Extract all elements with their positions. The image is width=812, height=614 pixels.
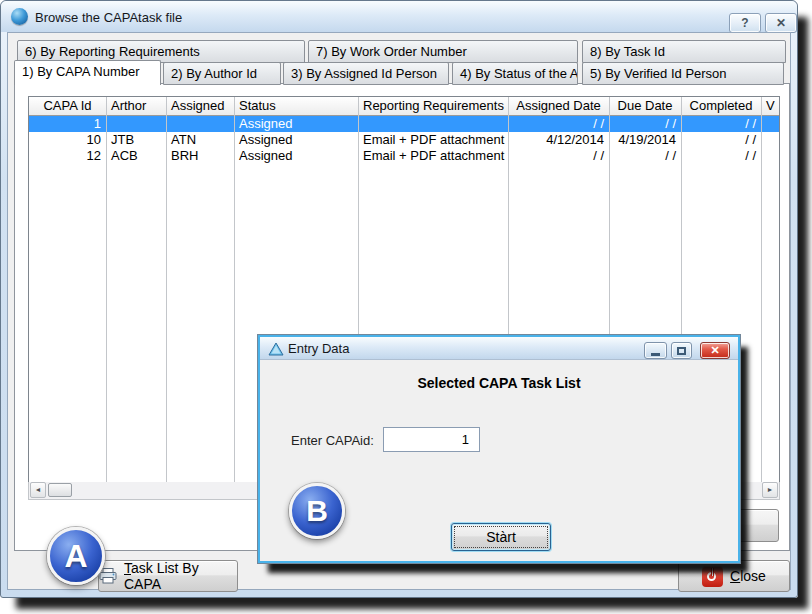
tab-2-by-author-id[interactable]: 2) By Author Id: [163, 62, 281, 85]
grid-cell: [106, 116, 166, 132]
grid-header-cell-due-date[interactable]: Due Date: [609, 97, 681, 115]
grid-column-separator: [761, 97, 762, 482]
grid-cell: ACB: [106, 148, 166, 164]
grid-cell: Assigned: [234, 148, 358, 164]
grid-cell: JTB: [106, 132, 166, 148]
close-button-label: Close: [730, 568, 766, 584]
tab-7-by-work-order-number[interactable]: 7) By Work Order Number: [308, 40, 578, 63]
grid-cell: / /: [609, 148, 681, 164]
maximize-button[interactable]: [671, 342, 692, 359]
grid-cell: / /: [681, 148, 761, 164]
grid-cell: ATN: [166, 132, 234, 148]
tab-1-by-capa-number[interactable]: 1) By CAPA Number: [14, 60, 161, 85]
badge-b-logo: B: [289, 483, 345, 539]
grid-cell: / /: [508, 116, 609, 132]
grid-header-cell-assigned-date[interactable]: Assigned Date: [508, 97, 609, 115]
grid-cell: Email + PDF attachment: [358, 132, 508, 148]
grid-cell: / /: [681, 116, 761, 132]
scroll-right-button[interactable]: ►: [762, 482, 778, 498]
grid-cell: [761, 148, 779, 164]
dialog-title: Entry Data: [288, 341, 349, 356]
grid-cell: Email + PDF attachment: [358, 148, 508, 164]
minimize-button[interactable]: [644, 342, 667, 359]
window-close-button[interactable]: ✕: [765, 13, 797, 33]
grid-cell: [166, 116, 234, 132]
scroll-left-button[interactable]: ◄: [30, 482, 46, 498]
grid-cell: / /: [609, 116, 681, 132]
grid-row[interactable]: 10JTBATNAssignedEmail + PDF attachment4/…: [29, 132, 779, 148]
grid-cell: 1: [29, 116, 106, 132]
printer-icon: [99, 568, 117, 584]
tab-5-by-verified-id-person[interactable]: 5) By Verified Id Person: [582, 62, 784, 85]
grid-header-cell-arthor[interactable]: Arthor: [106, 97, 166, 115]
capaid-label: Enter CAPAid:: [291, 433, 374, 448]
grid-header-cell-capa-id[interactable]: CAPA Id: [29, 97, 106, 115]
grid-cell: / /: [681, 132, 761, 148]
grid-column-separator: [234, 97, 235, 482]
capaid-input[interactable]: [383, 427, 480, 452]
tab-8-by-task-id[interactable]: 8) By Task Id: [582, 40, 786, 63]
task-list-by-capa-label: Task List By CAPA: [124, 560, 237, 592]
close-button[interactable]: Close: [678, 560, 790, 592]
dialog-close-button[interactable]: ✕: [700, 342, 730, 359]
grid-cell: [358, 116, 508, 132]
grid-row[interactable]: 12ACBBRHAssignedEmail + PDF attachment/ …: [29, 148, 779, 164]
grid-cell: / /: [508, 148, 609, 164]
maximize-icon: [677, 347, 686, 355]
grid-header-cell-status[interactable]: Status: [234, 97, 358, 115]
grid-cell: Assigned: [234, 116, 358, 132]
start-button[interactable]: Stàrt: [451, 523, 551, 551]
power-icon: [702, 566, 723, 587]
grid-header: CAPA IdArthorAssignedStatusReporting Req…: [29, 97, 779, 116]
help-button[interactable]: ?: [729, 13, 761, 33]
browse-capatask-window: Browse the CAPAtask file ? ✕ 6) By Repor…: [0, 0, 798, 598]
grid-cell: 4/19/2014: [609, 132, 681, 148]
tab-4-by-status-of-the-activity[interactable]: 4) By Status of the Activity: [452, 62, 578, 85]
grid-header-cell-completed[interactable]: Completed: [681, 97, 761, 115]
window-title-bar[interactable]: Browse the CAPAtask file ? ✕: [1, 1, 797, 32]
window-title: Browse the CAPAtask file: [35, 10, 182, 25]
grid-cell: [761, 132, 779, 148]
grid-cell: Assigned: [234, 132, 358, 148]
grid-column-separator: [106, 97, 107, 482]
dialog-heading: Selected CAPA Task List: [258, 375, 740, 391]
task-list-by-capa-button[interactable]: Task List By CAPA: [98, 560, 238, 592]
dialog-triangle-icon: [268, 342, 284, 356]
grid-header-cell-assigned[interactable]: Assigned: [166, 97, 234, 115]
grid-cell: [761, 116, 779, 132]
dialog-title-bar[interactable]: Entry Data ✕: [260, 337, 738, 360]
badge-a-logo: A: [47, 527, 105, 585]
grid-cell: BRH: [166, 148, 234, 164]
grid-row[interactable]: 1Assigned/ // // /: [29, 116, 779, 132]
app-icon: [11, 8, 28, 25]
tab-3-by-assigned-id-person[interactable]: 3) By Assigned Id Person: [283, 62, 449, 85]
grid-header-cell-reporting-requirements[interactable]: Reporting Requirements: [358, 97, 508, 115]
grid-cell: 4/12/2014: [508, 132, 609, 148]
scroll-thumb[interactable]: [48, 483, 72, 497]
grid-column-separator: [166, 97, 167, 482]
grid-header-cell-v[interactable]: V: [761, 97, 779, 115]
entry-data-dialog: Entry Data ✕ Selected CAPA Task List Ent…: [257, 334, 741, 564]
minimize-icon: [651, 353, 660, 356]
grid-cell: 10: [29, 132, 106, 148]
grid-cell: 12: [29, 148, 106, 164]
